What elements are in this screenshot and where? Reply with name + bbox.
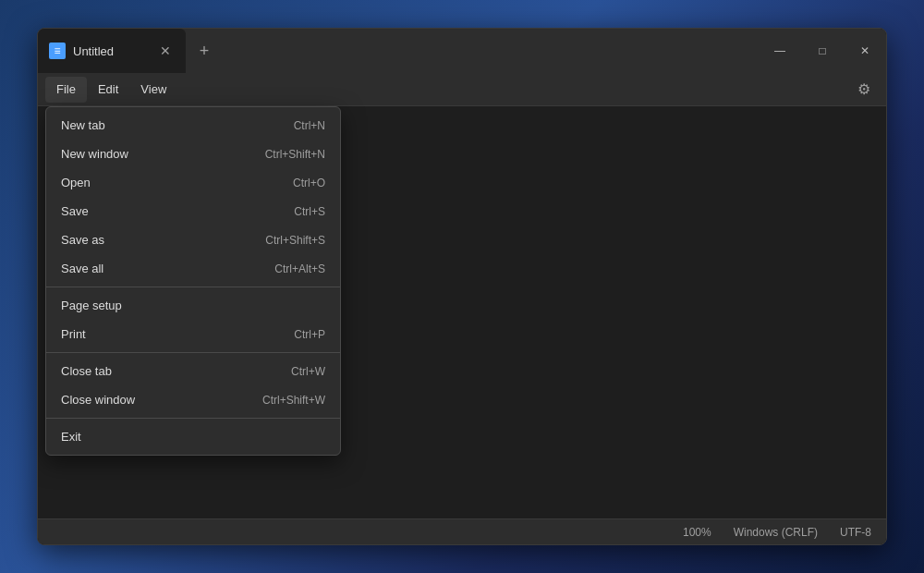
menu-item-page-setup[interactable]: Page setup: [46, 291, 340, 320]
app-window: Untitled ✕ + — □ ✕ File Edit View ⚙ New …: [37, 28, 887, 545]
menu-item-save-all-shortcut: Ctrl+Alt+S: [274, 262, 325, 275]
menu-item-save[interactable]: Save Ctrl+S: [46, 197, 340, 226]
menu-item-exit-label: Exit: [61, 430, 81, 444]
separator-3: [46, 418, 340, 419]
menu-item-close-tab-shortcut: Ctrl+W: [291, 365, 325, 378]
menu-bar: File Edit View ⚙ New tab Ctrl+N New wind…: [38, 73, 886, 106]
menu-item-open-label: Open: [61, 176, 91, 189]
active-tab[interactable]: Untitled ✕: [38, 29, 186, 73]
menu-item-open[interactable]: Open Ctrl+O: [46, 168, 340, 197]
menu-item-print-label: Print: [61, 327, 86, 341]
menu-item-new-tab-shortcut: Ctrl+N: [294, 119, 325, 132]
menu-item-save-as-shortcut: Ctrl+Shift+S: [265, 234, 325, 247]
maximize-button[interactable]: □: [801, 29, 844, 73]
new-tab-button[interactable]: +: [189, 36, 219, 66]
menu-item-exit[interactable]: Exit: [46, 422, 340, 451]
title-bar: Untitled ✕ + — □ ✕: [38, 29, 886, 73]
menu-item-print-shortcut: Ctrl+P: [294, 328, 325, 341]
menu-view[interactable]: View: [129, 77, 177, 103]
status-bar: 100% Windows (CRLF) UTF-8: [38, 518, 886, 544]
menu-item-new-window-shortcut: Ctrl+Shift+N: [265, 148, 325, 161]
menu-item-save-all-label: Save all: [61, 262, 103, 275]
zoom-level: 100%: [683, 526, 711, 539]
minimize-button[interactable]: —: [759, 29, 801, 73]
menu-item-save-shortcut: Ctrl+S: [294, 205, 325, 218]
line-ending: Windows (CRLF): [734, 526, 818, 539]
menu-file[interactable]: File: [45, 77, 87, 103]
menu-item-save-all[interactable]: Save all Ctrl+Alt+S: [46, 254, 340, 283]
menu-item-close-window[interactable]: Close window Ctrl+Shift+W: [46, 385, 340, 414]
settings-button[interactable]: ⚙: [849, 75, 879, 104]
menu-item-new-tab[interactable]: New tab Ctrl+N: [46, 111, 340, 140]
menu-item-close-window-shortcut: Ctrl+Shift+W: [262, 394, 325, 407]
menu-item-new-tab-label: New tab: [61, 118, 105, 132]
file-dropdown-menu: New tab Ctrl+N New window Ctrl+Shift+N O…: [45, 106, 341, 456]
encoding: UTF-8: [840, 526, 871, 539]
menu-item-save-label: Save: [61, 204, 89, 218]
menu-item-new-window-label: New window: [61, 147, 128, 161]
menu-item-new-window[interactable]: New window Ctrl+Shift+N: [46, 140, 340, 168]
separator-2: [46, 352, 340, 353]
menu-item-print[interactable]: Print Ctrl+P: [46, 320, 340, 348]
tab-icon: [49, 43, 66, 59]
separator-1: [46, 286, 340, 287]
menu-item-save-as[interactable]: Save as Ctrl+Shift+S: [46, 226, 340, 254]
close-button[interactable]: ✕: [844, 29, 886, 73]
menu-item-page-setup-label: Page setup: [61, 299, 122, 312]
menu-item-close-tab[interactable]: Close tab Ctrl+W: [46, 357, 340, 385]
menu-edit[interactable]: Edit: [87, 77, 129, 103]
tab-title: Untitled: [73, 44, 149, 58]
window-controls: — □ ✕: [759, 29, 886, 73]
menu-item-open-shortcut: Ctrl+O: [293, 177, 325, 189]
title-bar-left: Untitled ✕ +: [38, 29, 759, 73]
tab-close-button[interactable]: ✕: [156, 42, 175, 60]
menu-item-close-window-label: Close window: [61, 393, 135, 407]
menu-item-save-as-label: Save as: [61, 233, 104, 247]
menu-item-close-tab-label: Close tab: [61, 364, 112, 378]
